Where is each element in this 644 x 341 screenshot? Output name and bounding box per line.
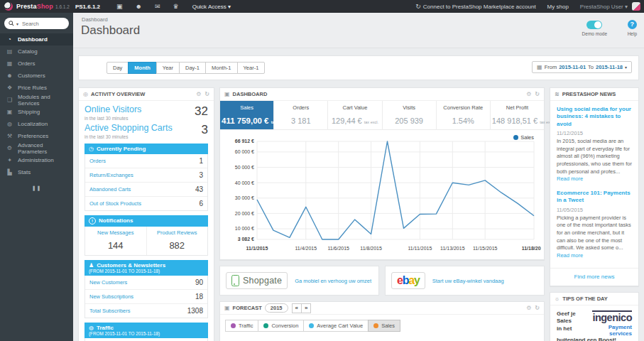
kpi-orders[interactable]: Orders3 181	[274, 101, 328, 129]
sidebar-item-stats[interactable]: ▙Stats	[0, 166, 73, 178]
sidebar-collapse-icon[interactable]: ❚❚	[0, 185, 73, 191]
help-icon[interactable]: ?	[628, 20, 637, 29]
conversion-dot-icon	[263, 323, 268, 328]
read-more-link[interactable]: Read more	[557, 252, 583, 259]
panel-settings-icon[interactable]: ⚙	[526, 91, 531, 97]
tab-traffic[interactable]: Traffic	[225, 320, 258, 332]
product-reviews-link[interactable]: Product Reviews	[148, 229, 207, 236]
avg-cart-dot-icon	[309, 323, 314, 328]
panel-settings-icon[interactable]: ⚙	[196, 91, 201, 97]
article-date: 11/12/2015	[557, 130, 632, 136]
panel-refresh-icon[interactable]: ↻	[535, 305, 540, 311]
search-input[interactable]	[21, 20, 60, 28]
new-messages-link[interactable]: New Messages	[87, 229, 145, 236]
sidebar-item-price-rules[interactable]: ❖Price Rules	[0, 82, 73, 94]
gears-icon: ⚙	[6, 145, 13, 151]
sidebar-item-catalog[interactable]: ▤Catalog	[0, 45, 73, 58]
cart-icon: ▣	[224, 91, 230, 97]
envelope-icon[interactable]: ✉	[155, 3, 160, 10]
sidebar-item-shipping[interactable]: ▣Shipping	[0, 106, 73, 118]
tab-sales[interactable]: Sales	[368, 320, 400, 332]
kpi-cart-value[interactable]: Cart Value129,44 € tax excl.	[328, 101, 382, 129]
date-range-picker[interactable]: ▦ From2015-11-01 To2015-11-18 ▾	[532, 61, 632, 73]
article-date: 11/05/2015	[557, 207, 632, 213]
user-avatar[interactable]	[632, 2, 640, 11]
marketplace-link[interactable]: ↻Connect to PrestaShop Marketplace accou…	[415, 3, 535, 10]
promo-banners: Shopgate Ga mobiel en verhoog uw omzet e…	[219, 266, 545, 296]
article-title-link[interactable]: Ecommerce 101: Payments in a Tweet	[557, 190, 632, 205]
sidebar-item-administration[interactable]: ✦Administration	[0, 154, 73, 166]
online-visitors-link[interactable]: Online Visitors	[84, 105, 141, 115]
read-more-link[interactable]: Read more	[557, 175, 583, 182]
my-shop-link[interactable]: My shop	[547, 4, 569, 10]
period-year-1-button[interactable]: Year-1	[237, 62, 266, 74]
quick-access-menu[interactable]: Quick Access ▾	[192, 4, 231, 10]
shopgate-logo: Shopgate	[226, 272, 288, 289]
exclamation-icon: !	[89, 217, 96, 224]
forecast-year[interactable]: 2015	[265, 303, 288, 313]
demo-mode-toggle[interactable]	[586, 21, 602, 29]
find-more-news-link[interactable]: Find more news	[550, 268, 638, 286]
period-day-button[interactable]: Day	[107, 62, 129, 74]
bar-chart-icon: ▙	[6, 169, 13, 175]
previous-year-icon[interactable]: «	[292, 303, 302, 313]
activity-overview-panel: ◎ ACTIVITY OVERVIEW ⚙↻ Online Visitors i…	[78, 87, 214, 341]
kpi-row: Sales411 759,00 € tax excl. Orders3 181 …	[220, 101, 544, 130]
svg-text:60 000 €: 60 000 €	[235, 149, 254, 154]
book-icon: ▤	[6, 48, 13, 55]
sidebar-item-preferences[interactable]: ⚒Preferences	[0, 130, 73, 142]
google-analytics-row: Link to your Google Analytics account	[84, 338, 208, 341]
traffic-dot-icon	[231, 323, 236, 328]
total-subscribers-link[interactable]: Total Subscribers	[89, 308, 131, 314]
forecast-panel: ▣ FORECAST 2015 «» ⚙↻ Traffic Conversion…	[219, 301, 545, 341]
next-year-icon[interactable]: »	[301, 303, 311, 313]
tab-average-cart-value[interactable]: Average Cart Value	[303, 320, 369, 332]
shopgate-promo-link[interactable]: Ga mobiel en verhoog uw omzet	[295, 278, 371, 284]
tab-conversion[interactable]: Conversion	[258, 320, 304, 332]
kpi-visits[interactable]: Visits205 939	[383, 101, 437, 129]
active-carts-metric: Active Shopping Carts in the last 30 min…	[84, 124, 208, 139]
breadcrumb[interactable]: Dashboard	[82, 16, 108, 23]
search-scope-caret-icon[interactable]: ▾	[16, 21, 18, 26]
new-subscriptions-link[interactable]: New Subscriptions	[89, 293, 133, 300]
user-menu[interactable]: PrestaShop User ▾	[580, 4, 628, 10]
kpi-sales[interactable]: Sales411 759,00 € tax excl.	[220, 101, 274, 129]
sidebar-item-dashboard[interactable]: ◔Dashboard	[0, 33, 73, 45]
kpi-net-profit[interactable]: Net Profit148 918,51 € tax excl.	[491, 101, 544, 129]
trophy-icon[interactable]: ♛	[173, 3, 179, 10]
period-month-button[interactable]: Month	[128, 62, 157, 74]
person-icon[interactable]: ☻	[136, 3, 142, 10]
kpi-conversion-rate[interactable]: Conversion Rate1.54%	[437, 101, 491, 129]
ebay-promo-link[interactable]: Start uw eBay-winkel vandaag	[432, 278, 504, 284]
sidebar-item-advanced-parameters[interactable]: ⚙Advanced Parameters	[0, 142, 73, 154]
sidebar-item-orders[interactable]: ▦Orders	[0, 58, 73, 70]
gear-icon: ✦	[6, 157, 13, 163]
sidebar-item-modules[interactable]: ❑Modules and Services	[0, 94, 73, 106]
pending-orders-link[interactable]: Orders	[89, 158, 106, 164]
marketplace-icon: ↻	[415, 3, 421, 10]
svg-text:11/4/2015: 11/4/2015	[295, 246, 317, 251]
out-of-stock-link[interactable]: Out of Stock Products	[89, 200, 141, 207]
clock-icon: ◷	[89, 146, 94, 152]
cart-icon[interactable]: ▣	[116, 3, 123, 10]
wrench-icon: ⚒	[6, 133, 13, 139]
article-title-link[interactable]: Using social media for your business: 4 …	[557, 106, 632, 128]
chart-legend[interactable]: Sales	[513, 134, 534, 141]
sidebar-item-customers[interactable]: ☻Customers	[0, 70, 73, 82]
panel-settings-icon[interactable]: ⚙	[526, 305, 531, 311]
sidebar-item-localization[interactable]: ◍Localization	[0, 118, 73, 130]
sidebar-nav: ◔Dashboard ▤Catalog ▦Orders ☻Customers ❖…	[0, 33, 73, 178]
group-icon: ☻	[6, 72, 13, 79]
panel-refresh-icon[interactable]: ↻	[535, 91, 540, 97]
svg-text:11/15/2015: 11/15/2015	[473, 246, 498, 251]
period-year-button[interactable]: Year	[156, 62, 180, 74]
period-buttons: Day Month Year Day-1 Month-1 Year-1	[107, 62, 265, 74]
pending-returns-link[interactable]: Return/Exchanges	[89, 172, 133, 178]
panel-refresh-icon[interactable]: ↻	[204, 91, 209, 97]
active-carts-link[interactable]: Active Shopping Carts	[84, 124, 173, 134]
period-month-1-button[interactable]: Month-1	[205, 62, 238, 74]
currently-pending-header: ◷ Currently Pending	[84, 144, 208, 154]
new-customers-link[interactable]: New Customers	[89, 279, 127, 286]
period-day-1-button[interactable]: Day-1	[179, 62, 206, 74]
abandoned-carts-link[interactable]: Abandoned Carts	[89, 186, 131, 193]
